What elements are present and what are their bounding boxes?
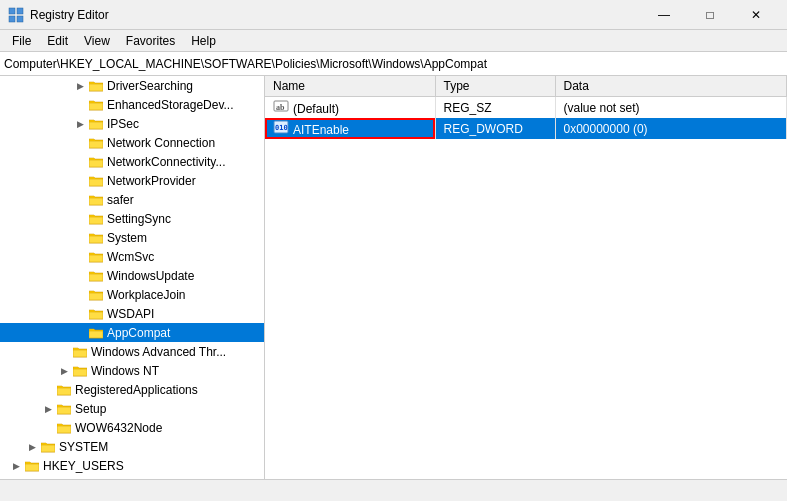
svg-rect-16 [89, 312, 103, 319]
data-panel: Name Type Data ab (Default)REG_SZ(value … [265, 76, 787, 479]
svg-rect-20 [57, 388, 71, 395]
tree-item-windowsUpdate[interactable]: WindowsUpdate [0, 266, 264, 285]
svg-rect-2 [9, 16, 15, 22]
name-text-default: (Default) [293, 102, 339, 116]
tree-arrow-hkeyUsers[interactable]: ▶ [8, 461, 24, 471]
col-name: Name [265, 76, 435, 97]
svg-rect-19 [73, 369, 87, 376]
svg-rect-8 [89, 160, 103, 167]
folder-icon-windowsUpdate [88, 268, 104, 284]
svg-rect-9 [89, 179, 103, 186]
tree-item-networkProvider[interactable]: NetworkProvider [0, 171, 264, 190]
tree-arrow-system2[interactable]: ▶ [24, 442, 40, 452]
tree-item-networkConnection[interactable]: Network Connection [0, 133, 264, 152]
tree-label-wsdapi: WSDAPI [107, 307, 154, 321]
folder-icon-windowsNT [72, 363, 88, 379]
tree-item-wsdapi[interactable]: WSDAPI [0, 304, 264, 323]
folder-icon-hkeyUsers [24, 458, 40, 474]
table-row-aiTenable[interactable]: 010 AITEnableREG_DWORD0x00000000 (0) [265, 118, 787, 139]
folder-icon-networkConnectivity [88, 154, 104, 170]
svg-rect-6 [89, 122, 103, 129]
svg-rect-7 [89, 141, 103, 148]
svg-rect-0 [9, 8, 15, 14]
main-content: ▶ DriverSearching EnhancedStorageDev...▶… [0, 76, 787, 479]
svg-rect-23 [41, 445, 55, 452]
svg-rect-17 [89, 331, 103, 338]
title-bar: Registry Editor — □ ✕ [0, 0, 787, 30]
tree-item-workplaceJoin[interactable]: WorkplaceJoin [0, 285, 264, 304]
minimize-button[interactable]: — [641, 0, 687, 30]
folder-icon-safer [88, 192, 104, 208]
svg-text:ab: ab [276, 103, 285, 112]
tree-item-wow6432node[interactable]: WOW6432Node [0, 418, 264, 437]
tree-item-windowsNT[interactable]: ▶ Windows NT [0, 361, 264, 380]
svg-rect-13 [89, 255, 103, 262]
menu-help[interactable]: Help [183, 32, 224, 50]
cell-name-default: ab (Default) [265, 97, 435, 119]
tree-item-enhancedStorageDev[interactable]: EnhancedStorageDev... [0, 95, 264, 114]
tree-item-safer[interactable]: safer [0, 190, 264, 209]
folder-icon-settingSync [88, 211, 104, 227]
tree-item-system[interactable]: System [0, 228, 264, 247]
folder-icon-ipsec [88, 116, 104, 132]
menu-file[interactable]: File [4, 32, 39, 50]
folder-icon-wow6432node [56, 420, 72, 436]
folder-icon-driverSearching [88, 78, 104, 94]
tree-label-windowsAdvancedThr: Windows Advanced Thr... [91, 345, 226, 359]
folder-icon-system2 [40, 439, 56, 455]
folder-icon-networkConnection [88, 135, 104, 151]
maximize-button[interactable]: □ [687, 0, 733, 30]
col-type: Type [435, 76, 555, 97]
tree-item-setup[interactable]: ▶ Setup [0, 399, 264, 418]
tree-label-windowsNT: Windows NT [91, 364, 159, 378]
window-controls: — □ ✕ [641, 0, 779, 30]
tree-item-system2[interactable]: ▶ SYSTEM [0, 437, 264, 456]
folder-icon-system [88, 230, 104, 246]
tree-arrow-setup[interactable]: ▶ [40, 404, 56, 414]
tree-panel[interactable]: ▶ DriverSearching EnhancedStorageDev...▶… [0, 76, 265, 479]
cell-name-aiTenable: 010 AITEnable [265, 118, 435, 139]
tree-label-registeredApplications: RegisteredApplications [75, 383, 198, 397]
tree-item-ipsec[interactable]: ▶ IPSec [0, 114, 264, 133]
tree-label-enhancedStorageDev: EnhancedStorageDev... [107, 98, 234, 112]
cell-data-aiTenable: 0x00000000 (0) [555, 118, 787, 139]
menu-edit[interactable]: Edit [39, 32, 76, 50]
tree-item-wcmSvc[interactable]: WcmSvc [0, 247, 264, 266]
folder-icon-wsdapi [88, 306, 104, 322]
menu-view[interactable]: View [76, 32, 118, 50]
tree-item-networkConnectivity[interactable]: NetworkConnectivity... [0, 152, 264, 171]
tree-item-settingSync[interactable]: SettingSync [0, 209, 264, 228]
tree-item-hkeyUsers[interactable]: ▶ HKEY_USERS [0, 456, 264, 475]
tree-label-ipsec: IPSec [107, 117, 139, 131]
window-title: Registry Editor [30, 8, 641, 22]
close-button[interactable]: ✕ [733, 0, 779, 30]
tree-item-registeredApplications[interactable]: RegisteredApplications [0, 380, 264, 399]
cell-type-aiTenable: REG_DWORD [435, 118, 555, 139]
tree-item-appCompat[interactable]: AppCompat [0, 323, 264, 342]
svg-rect-11 [89, 217, 103, 224]
reg-icon-default: ab [273, 99, 289, 113]
folder-icon-enhancedStorageDev [88, 97, 104, 113]
tree-arrow-windowsNT[interactable]: ▶ [56, 366, 72, 376]
tree-item-driverSearching[interactable]: ▶ DriverSearching [0, 76, 264, 95]
tree-arrow-ipsec[interactable]: ▶ [72, 119, 88, 129]
tree-label-networkProvider: NetworkProvider [107, 174, 196, 188]
tree-label-wcmSvc: WcmSvc [107, 250, 154, 264]
tree-label-hkeyUsers: HKEY_USERS [43, 459, 124, 473]
folder-icon-windowsAdvancedThr [72, 344, 88, 360]
tree-arrow-driverSearching[interactable]: ▶ [72, 81, 88, 91]
tree-label-setup: Setup [75, 402, 106, 416]
folder-icon-workplaceJoin [88, 287, 104, 303]
svg-rect-18 [73, 350, 87, 357]
svg-rect-5 [89, 103, 103, 110]
menu-favorites[interactable]: Favorites [118, 32, 183, 50]
svg-rect-4 [89, 84, 103, 91]
tree-label-driverSearching: DriverSearching [107, 79, 193, 93]
svg-rect-3 [17, 16, 23, 22]
address-path[interactable]: Computer\HKEY_LOCAL_MACHINE\SOFTWARE\Pol… [4, 57, 783, 71]
tree-item-windowsAdvancedThr[interactable]: Windows Advanced Thr... [0, 342, 264, 361]
table-row-default[interactable]: ab (Default)REG_SZ(value not set) [265, 97, 787, 119]
svg-rect-1 [17, 8, 23, 14]
reg-icon-aiTenable: 010 [273, 120, 289, 134]
address-bar: Computer\HKEY_LOCAL_MACHINE\SOFTWARE\Pol… [0, 52, 787, 76]
